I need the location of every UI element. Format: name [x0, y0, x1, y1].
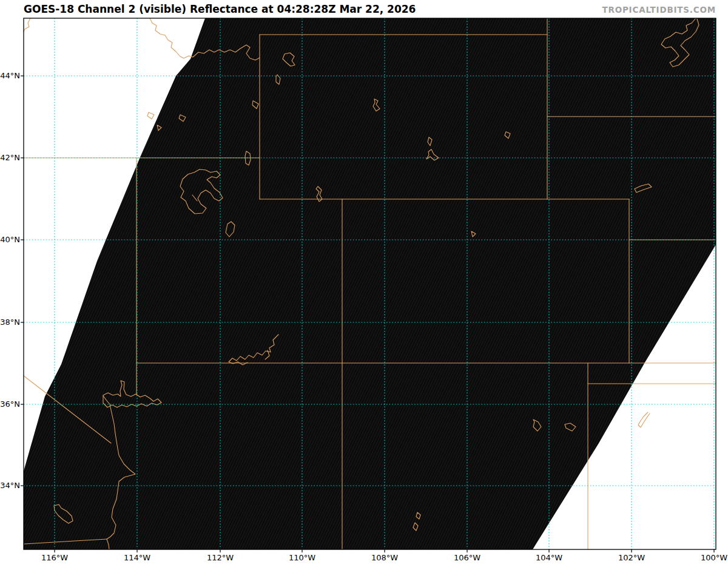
- tropicaltidbits-satellite-page: GOES-18 Channel 2 (visible) Reflectance …: [0, 0, 728, 564]
- y-tick-label: 40°N: [0, 234, 20, 245]
- y-tick-label: 34°N: [0, 480, 20, 491]
- x-tick-label: 102°W: [610, 553, 653, 563]
- x-tick-label: 116°W: [33, 553, 76, 563]
- y-tick-label: 38°N: [0, 317, 20, 328]
- x-tick-label: 110°W: [281, 553, 323, 563]
- x-tick-label: 108°W: [363, 553, 406, 563]
- y-tick-label: 44°N: [0, 70, 20, 81]
- x-tick-label: 112°W: [199, 553, 241, 563]
- x-tick-label: 106°W: [446, 553, 488, 563]
- x-tick-label: 114°W: [116, 553, 158, 563]
- y-tick-label: 36°N: [0, 399, 20, 410]
- x-tick-label: 104°W: [528, 553, 570, 563]
- x-tick-label: 100°W: [693, 553, 728, 563]
- axis-labels-layer: 44°N42°N40°N38°N36°N34°N116°W114°W112°W1…: [0, 0, 728, 564]
- y-tick-label: 42°N: [0, 152, 20, 163]
